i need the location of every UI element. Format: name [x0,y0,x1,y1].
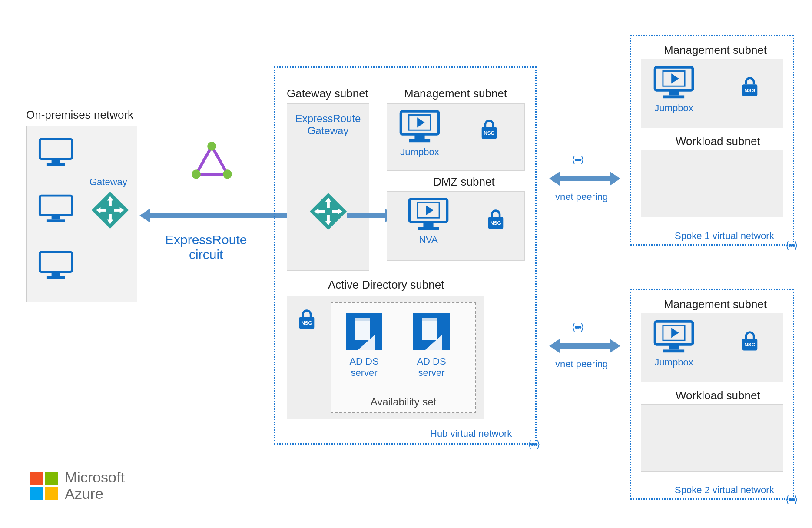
spoke2-mgmt-box: Jumpbox NSG [641,313,783,382]
svg-rect-1 [52,159,60,163]
spoke1-label: Spoke 1 virtual network [675,230,774,242]
svg-rect-59 [663,95,684,98]
nsg-icon: NSG [739,76,761,98]
svg-rect-7 [52,272,60,276]
hub-vnet-label: Hub virtual network [430,428,512,439]
nva-label: NVA [419,234,438,246]
spoke1-workload-box [641,150,783,217]
arrow-gw-dmz [347,213,386,218]
onprem-box: Gateway [26,126,137,302]
svg-rect-41 [423,223,433,227]
svg-line-18 [196,146,212,174]
spoke2-jumpbox-label: Jumpbox [654,357,693,368]
svg-rect-31 [318,210,325,213]
svg-rect-6 [40,252,72,272]
svg-marker-44 [426,205,433,215]
dmz-title: DMZ subnet [433,175,495,189]
monitor-icon [37,137,74,168]
vnet-peering-icon [572,154,589,165]
nsg-icon: NSG [485,209,507,231]
svg-rect-51 [355,318,370,321]
svg-rect-16 [100,209,106,212]
onprem-title: On-premises network [26,108,133,122]
svg-rect-4 [52,216,60,219]
nva-icon: NVA [407,197,450,246]
availability-set-box: AD DS server AD DS server Availability s… [331,302,476,413]
svg-text:NSG: NSG [484,130,495,136]
spoke2-mgmt-title: Management subnet [664,298,767,311]
spoke2-workload-box [641,404,783,472]
svg-rect-14 [109,200,112,206]
svg-rect-42 [418,227,439,230]
spoke2-workload-title: Workload subnet [676,389,760,402]
spoke1-mgmt-title: Management subnet [664,43,767,57]
svg-text:NSG: NSG [744,87,756,93]
svg-rect-15 [109,214,112,220]
gw-subnet-title: Gateway subnet [287,87,368,100]
ad-box: NSG AD DS server AD DS server Availabili… [287,296,484,419]
peering-label-1: vnet peering [555,191,608,203]
svg-text:NSG: NSG [490,220,501,226]
monitor-icon [37,250,74,281]
nsg-icon: NSG [296,309,318,331]
spoke1-mgmt-box: Jumpbox NSG [641,59,783,128]
vnet-peering-icon [528,439,545,450]
svg-text:NSG: NSG [744,342,756,348]
svg-rect-3 [40,196,72,215]
nsg-icon: NSG [478,119,500,141]
vnet-peering-icon [785,240,803,251]
gateway-icon [92,192,129,229]
svg-rect-35 [409,139,430,142]
svg-marker-61 [671,73,679,83]
adds-server-icon: AD DS server [342,310,386,379]
er-gateway-label: ExpressRoute Gateway [287,113,369,137]
svg-rect-34 [414,135,424,139]
ad-title: Active Directory subnet [328,278,444,292]
hub-mgmt-box: Jumpbox NSG [387,103,525,171]
onprem-gateway-label: Gateway [89,176,127,188]
jumpbox-icon: Jumpbox [652,319,696,368]
svg-rect-30 [327,215,330,222]
svg-rect-55 [422,318,437,321]
hub-jumpbox-label: Jumpbox [400,146,439,158]
adds-server-icon: AD DS server [410,310,453,379]
brand-line1: Microsoft [65,469,125,485]
availability-set-label: Availability set [331,396,475,408]
svg-marker-37 [417,117,424,127]
brand-line2: Azure [65,486,125,502]
svg-rect-65 [669,345,679,350]
peering-label-2: vnet peering [555,359,608,370]
svg-rect-17 [114,209,120,212]
monitor-icon [37,194,74,224]
svg-line-19 [212,146,228,174]
gw-subnet-box: ExpressRoute Gateway [287,103,369,271]
microsoft-logo-icon [30,472,58,500]
dmz-box: NVA NSG [387,191,525,261]
svg-rect-58 [669,91,679,96]
jumpbox-icon: Jumpbox [398,109,441,158]
adds2-label: AD DS server [417,356,446,379]
spoke2-label: Spoke 2 virtual network [675,485,774,496]
svg-rect-66 [663,349,684,352]
jumpbox-icon: Jumpbox [652,65,696,114]
svg-point-21 [207,142,216,151]
azure-logo: Microsoft Azure [30,469,125,502]
svg-rect-0 [40,139,72,159]
arrow-peering-1 [559,176,611,181]
arrow-peering-2 [559,343,611,349]
spoke1-workload-title: Workload subnet [676,135,760,148]
svg-rect-2 [47,163,65,166]
hub-mgmt-title: Management subnet [404,87,507,100]
spoke1-jumpbox-label: Jumpbox [654,103,693,114]
svg-point-23 [223,169,232,179]
expressroute-circuit-icon [191,141,232,183]
circuit-label: ExpressRoute circuit [165,232,247,262]
er-gateway-icon [310,193,347,230]
vnet-peering-icon [785,494,803,505]
svg-text:NSG: NSG [301,320,312,326]
adds1-label: AD DS server [349,356,378,379]
svg-rect-5 [47,219,65,222]
svg-marker-68 [671,328,679,338]
svg-point-22 [192,169,201,179]
svg-rect-32 [332,210,338,213]
